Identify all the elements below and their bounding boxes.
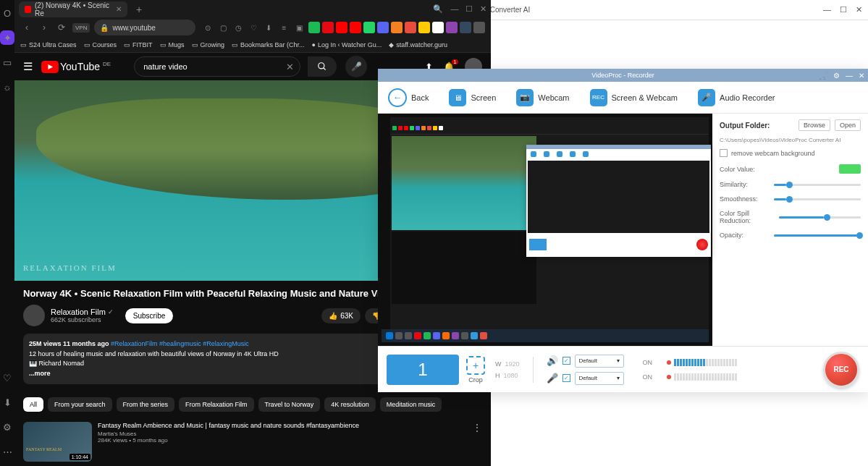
search-input[interactable]: nature video ✕ [134,56,300,77]
show-more-button[interactable]: ...more [29,370,51,377]
color-value-label: Color Value: [720,166,755,173]
speaker-enabled-checkbox[interactable]: ✓ [562,357,570,365]
audio-mode-button[interactable]: 🎤 Audio Recorder [698,89,775,106]
ext-icon[interactable] [446,22,458,33]
ext-icon[interactable] [405,22,416,33]
crop-button[interactable]: + Crop [466,356,485,384]
ext-icon[interactable] [391,22,403,33]
chip[interactable]: 4K resolution [324,397,376,412]
chip[interactable]: From the series [117,397,175,412]
bookmarks-icon[interactable]: ▭ [0,55,14,69]
webcam-mode-button[interactable]: 📷 Webcam [516,89,569,106]
speaker-device-dropdown[interactable]: Default▾ [575,355,624,368]
voice-search-icon[interactable]: 🎤 [345,56,367,77]
downloads-icon[interactable]: ⬇ [0,395,14,410]
screen-mode-button[interactable]: 🖥 Screen [449,89,496,106]
chip[interactable]: Travel to Norway [258,397,321,412]
related-channel: Martia's Muses [98,431,466,437]
open-button[interactable]: Open [835,119,861,131]
download-icon[interactable]: ⬇ [264,22,274,33]
pip-icon[interactable]: ▣ [294,22,304,33]
heart-icon[interactable]: ♡ [0,370,14,385]
more-options-icon[interactable]: ⋮ [472,422,482,462]
close-button[interactable]: ✕ [856,5,862,14]
vpn-badge[interactable]: VPN [72,23,90,33]
ext-icon[interactable] [418,22,430,33]
bookmark-item[interactable]: ◆ staff.watcher.guru [389,41,447,48]
ext-icon[interactable] [460,22,471,33]
url-input[interactable]: 🔒 www.youtube [94,20,195,35]
opera-sidebar: O ✦ ▭ ☼ ♡ ⬇ ⚙ ⋯ [0,0,14,466]
ext-icon[interactable] [350,22,361,33]
bookmark-item[interactable]: ▭ Growing [192,41,225,48]
tab-close-icon[interactable]: ✕ [116,5,122,13]
camera-icon[interactable]: ⊙ [203,22,213,33]
more-icon[interactable]: ⋯ [0,444,14,459]
chip-all[interactable]: All [23,397,43,412]
close-button[interactable]: ✕ [480,4,486,14]
chip[interactable]: From your search [48,397,112,412]
ext-icon[interactable] [363,22,375,33]
heart-icon[interactable]: ♡ [248,22,258,33]
opacity-slider[interactable] [774,234,861,237]
close-button[interactable]: ✕ [859,72,864,80]
spill-label: Color Spill Reduction: [720,210,779,224]
mic-device-dropdown[interactable]: Default▾ [575,372,624,385]
minimize-button[interactable]: — [450,4,458,14]
cube-icon[interactable]: ▢ [218,22,228,33]
channel-avatar[interactable] [23,305,45,326]
smoothness-slider[interactable] [774,198,861,200]
subscribe-button[interactable]: Subscribe [125,308,173,323]
reload-icon[interactable]: ⟳ [55,22,68,33]
bookmark-item[interactable]: ● Log In ‹ Watcher Gu... [312,41,382,48]
browse-button[interactable]: Browse [799,119,830,131]
ext-icon[interactable] [432,22,444,33]
sun-icon[interactable]: ☼ [0,80,14,94]
chip[interactable]: Meditation music [380,397,442,412]
maximize-button[interactable]: ☐ [840,5,847,14]
bookmark-item[interactable]: ▭ Bookmarks Bar (Chr... [232,41,305,48]
screen-webcam-mode-button[interactable]: REC Screen & Webcam [590,89,678,106]
bookmark-item[interactable]: ▭ S24 Ultra Cases [20,41,77,48]
like-button[interactable]: 👍 63K [321,308,361,323]
settings-icon[interactable]: ⚙ [0,420,14,434]
maximize-button[interactable]: ☐ [465,4,473,14]
mic-enabled-checkbox[interactable]: ✓ [562,374,570,382]
similarity-slider[interactable] [774,184,861,186]
ext-icon[interactable] [336,22,347,33]
related-video[interactable]: FANTASY REALM 1:10:44 Fantasy Realm Ambi… [14,418,491,466]
channel-name[interactable]: Relaxation Film ✓ [51,308,114,316]
ext-icon[interactable] [377,22,389,33]
record-button[interactable]: REC [823,352,859,388]
minimize-button[interactable]: — [823,5,831,14]
search-tabs-icon[interactable]: 🔍 [433,4,443,14]
back-icon[interactable]: ‹ [20,22,33,33]
cart-icon[interactable]: 🛒 [819,72,827,80]
color-swatch[interactable] [839,164,861,174]
bookmark-item[interactable]: ▭ Courses [84,41,117,48]
bookmark-item[interactable]: ▭ FITBIT [124,41,153,48]
bookmark-item[interactable]: ▭ Mugs [160,41,185,48]
remove-bg-checkbox[interactable]: remove webcam background [720,149,861,157]
minimize-button[interactable]: — [846,72,853,80]
chip[interactable]: From Relaxation Film [179,397,254,412]
ext-icon[interactable] [308,22,320,33]
opera-logo-icon[interactable]: O [0,6,14,20]
aria-ai-icon[interactable]: ✦ [0,30,14,45]
menu-icon[interactable]: ☰ [23,60,33,73]
recorder-toolbar: ← Back 🖥 Screen 📷 Webcam REC Screen & We… [378,82,868,114]
spill-slider[interactable] [779,216,861,219]
gear-icon[interactable]: ⚙ [833,72,840,80]
browser-tab[interactable]: (2) Norway 4K • Scenic Re ✕ [19,1,127,17]
ext-icon[interactable] [473,22,485,33]
clear-search-icon[interactable]: ✕ [286,62,294,72]
video-thumbnail[interactable]: FANTASY REALM 1:10:44 [23,422,92,462]
search-button[interactable] [308,56,337,77]
back-button[interactable]: ← Back [388,88,429,107]
clock-icon[interactable]: ◷ [233,22,243,33]
youtube-logo[interactable]: YouTubeDE [41,61,111,73]
ext-icon[interactable] [322,22,334,33]
forward-icon[interactable]: › [38,22,51,33]
share-icon[interactable]: ≡ [279,22,289,33]
new-tab-button[interactable]: + [132,4,146,15]
